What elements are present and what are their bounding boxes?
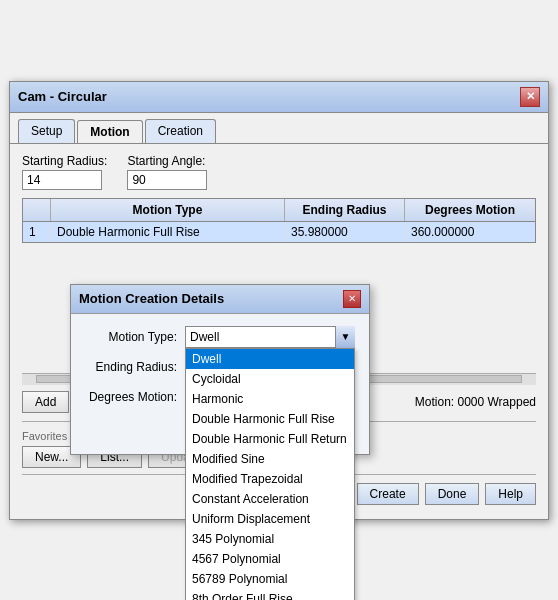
add-button[interactable]: Add — [22, 391, 69, 413]
starting-angle-group: Starting Angle: — [127, 154, 207, 190]
starting-radius-label: Starting Radius: — [22, 154, 107, 168]
dropdown-item-56789-polynomial[interactable]: 56789 Polynomial — [186, 569, 354, 589]
dropdown-item-cycloidal[interactable]: Cycloidal — [186, 369, 354, 389]
modal-close-button[interactable]: ✕ — [343, 290, 361, 308]
table-header-row: Motion Type Ending Radius Degrees Motion — [23, 199, 535, 222]
dropdown-item-constant-acceleration[interactable]: Constant Acceleration — [186, 489, 354, 509]
motion-creation-modal: Motion Creation Details ✕ Motion Type: D… — [70, 284, 370, 455]
modal-motion-type-select-container: Dwell ▼ Dwell Cycloidal Harmonic Double … — [185, 326, 355, 348]
dropdown-item-uniform-displacement[interactable]: Uniform Displacement — [186, 509, 354, 529]
dropdown-item-modified-trapezoidal[interactable]: Modified Trapezoidal — [186, 469, 354, 489]
starting-radius-input[interactable] — [22, 170, 102, 190]
col-degrees-motion: Degrees Motion — [405, 199, 535, 221]
wrapped-label: Motion: 0000 Wrapped — [415, 395, 536, 409]
modal-ending-radius-label: Ending Radius: — [85, 360, 185, 374]
modal-title-bar: Motion Creation Details ✕ — [71, 285, 369, 314]
starting-angle-input[interactable] — [127, 170, 207, 190]
tab-motion[interactable]: Motion — [77, 120, 142, 144]
dropdown-item-4567-polynomial[interactable]: 4567 Polynomial — [186, 549, 354, 569]
motion-table: Motion Type Ending Radius Degrees Motion… — [22, 198, 536, 243]
tab-strip: Setup Motion Creation — [10, 113, 548, 143]
done-button[interactable]: Done — [425, 483, 480, 505]
modal-degrees-motion-label: Degrees Motion: — [85, 390, 185, 404]
starting-angle-label: Starting Angle: — [127, 154, 207, 168]
cell-motion-type: Double Harmonic Full Rise — [51, 222, 285, 242]
table-row[interactable]: 1 Double Harmonic Full Rise 35.980000 36… — [23, 222, 535, 242]
motion-prefix: M — [415, 395, 425, 409]
cell-ending-radius: 35.980000 — [285, 222, 405, 242]
modal-motion-type-display[interactable]: Dwell — [185, 326, 355, 348]
motion-type-dropdown: Dwell Cycloidal Harmonic Double Harmonic… — [185, 348, 355, 601]
modal-body: Motion Type: Dwell ▼ Dwell Cycloidal Har… — [71, 314, 369, 454]
col-num — [23, 199, 51, 221]
cell-degrees-motion: 360.000000 — [405, 222, 535, 242]
window-close-button[interactable]: ✕ — [520, 87, 540, 107]
dropdown-item-345-polynomial[interactable]: 345 Polynomial — [186, 529, 354, 549]
title-bar: Cam - Circular ✕ — [10, 82, 548, 113]
dropdown-item-double-harmonic-rise[interactable]: Double Harmonic Full Rise — [186, 409, 354, 429]
create-button[interactable]: Create — [357, 483, 419, 505]
dropdown-item-modified-sine[interactable]: Modified Sine — [186, 449, 354, 469]
modal-motion-type-row: Motion Type: Dwell ▼ Dwell Cycloidal Har… — [85, 326, 355, 348]
dropdown-item-double-harmonic-return[interactable]: Double Harmonic Full Return — [186, 429, 354, 449]
modal-motion-type-label: Motion Type: — [85, 330, 185, 344]
help-button[interactable]: Help — [485, 483, 536, 505]
dropdown-item-dwell[interactable]: Dwell — [186, 349, 354, 369]
modal-title: Motion Creation Details — [79, 291, 224, 306]
col-motion-type: Motion Type — [51, 199, 285, 221]
col-ending-radius: Ending Radius — [285, 199, 405, 221]
tab-setup[interactable]: Setup — [18, 119, 75, 143]
radius-angle-row: Starting Radius: Starting Angle: — [22, 154, 536, 190]
tab-creation[interactable]: Creation — [145, 119, 216, 143]
main-content: Starting Radius: Starting Angle: Motion … — [10, 143, 548, 519]
dropdown-item-8th-full-rise[interactable]: 8th Order Full Rise — [186, 589, 354, 601]
main-window: Cam - Circular ✕ Setup Motion Creation S… — [9, 81, 549, 520]
starting-radius-group: Starting Radius: — [22, 154, 107, 190]
window-title: Cam - Circular — [18, 89, 107, 104]
dropdown-item-harmonic[interactable]: Harmonic — [186, 389, 354, 409]
cell-num: 1 — [23, 222, 51, 242]
